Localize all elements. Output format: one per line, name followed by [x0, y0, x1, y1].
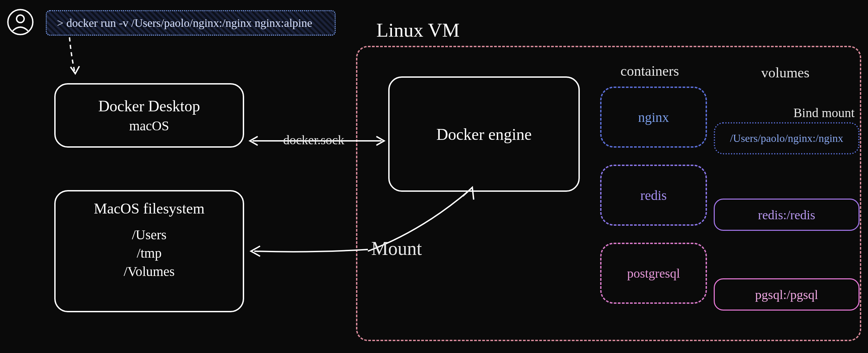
docker-desktop-title: Docker Desktop — [98, 97, 200, 115]
svg-point-1 — [17, 15, 24, 22]
containers-heading: containers — [620, 63, 679, 79]
arrow-mount-to-fs — [246, 238, 371, 261]
container-label: nginx — [638, 109, 669, 125]
fs-path: /Volumes — [124, 262, 175, 281]
macos-fs-paths: /Users /tmp /Volumes — [124, 226, 175, 281]
container-postgres: postgresql — [600, 243, 707, 304]
linux-vm-label: Linux VM — [376, 19, 459, 41]
docker-command: > docker run -v /Users/paolo/nginx:/ngin… — [46, 10, 336, 36]
macos-filesystem-box: MacOS filesystem /Users /tmp /Volumes — [54, 190, 244, 312]
volumes-heading: volumes — [761, 64, 809, 81]
fs-path: /tmp — [124, 244, 175, 262]
volume-pgsql: pgsql:/pgsql — [714, 278, 860, 311]
mount-label: Mount — [371, 238, 422, 259]
command-text: > docker run -v /Users/paolo/nginx:/ngin… — [57, 17, 312, 30]
docker-engine-box: Docker engine — [388, 76, 580, 192]
volume-bind-mount: /Users/paolo/nginx:/nginx — [714, 122, 860, 154]
volume-label: pgsql:/pgsql — [755, 287, 818, 302]
volume-label: /Users/paolo/nginx:/nginx — [730, 132, 843, 145]
docker-desktop-subtitle: macOS — [129, 118, 169, 134]
macos-fs-title: MacOS filesystem — [94, 200, 204, 217]
container-label: postgresql — [627, 266, 680, 281]
bind-mount-heading: Bind mount — [793, 105, 855, 120]
volume-redis: redis:/redis — [714, 199, 860, 231]
user-icon — [7, 8, 34, 36]
arrow-command-to-desktop — [61, 36, 88, 80]
container-label: redis — [640, 187, 667, 203]
docker-sock-label: docker.sock — [283, 132, 344, 147]
docker-desktop-box: Docker Desktop macOS — [54, 83, 244, 148]
docker-engine-label: Docker engine — [436, 125, 532, 144]
fs-path: /Users — [124, 226, 175, 244]
volume-label: redis:/redis — [758, 207, 815, 222]
container-redis: redis — [600, 165, 707, 226]
container-nginx: nginx — [600, 87, 707, 148]
